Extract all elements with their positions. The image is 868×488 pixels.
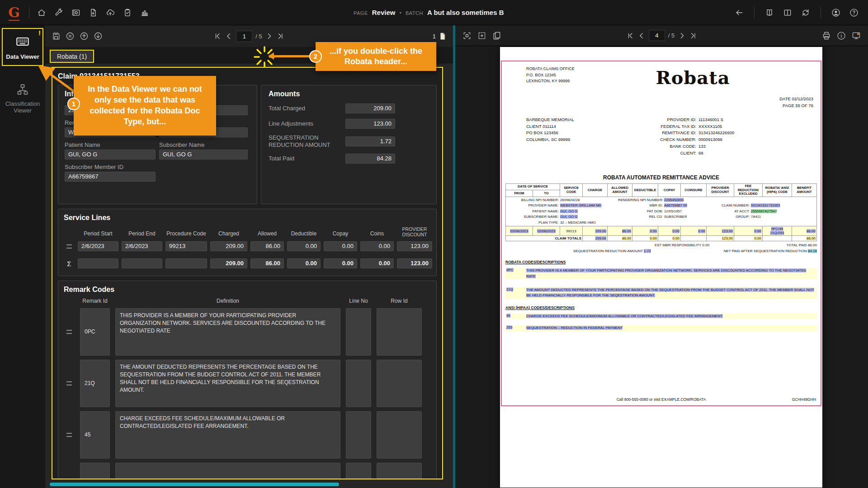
remark-lineno-field[interactable] [346, 463, 371, 479]
doc-field-value: 99213 [566, 229, 576, 233]
page-number-input[interactable]: 1 [236, 31, 252, 42]
page-number-input[interactable]: 4 [649, 30, 665, 41]
service-lines-section: Service Lines Period Start Period End Pr… [58, 209, 437, 276]
doc-highlighted-value: 0.00 [698, 229, 705, 233]
remark-id-field[interactable] [80, 463, 110, 479]
remark-row: 0PC THIS PROVIDER IS A MEMBER OF YOUR PA… [64, 308, 431, 356]
clipboard-check-icon [123, 8, 132, 17]
doc-field-value: 0000913098 [698, 136, 750, 143]
help-button[interactable] [846, 5, 862, 20]
next-page-icon[interactable] [265, 32, 274, 40]
total-paid-field[interactable]: 84.28 [345, 154, 395, 164]
drag-handle-icon[interactable] [66, 330, 72, 334]
coins-field[interactable]: 0.00 [360, 241, 394, 251]
remark-id-field[interactable]: 0PC [80, 308, 110, 356]
remark-definition-field[interactable]: THIS PROVIDER IS A MEMBER OF YOUR PARTIC… [115, 308, 340, 356]
sum-symbol: Σ [64, 260, 75, 267]
doc-field-label: PROVIDER NAME: [507, 203, 560, 208]
tab-robata[interactable]: Robata (1) [50, 50, 94, 63]
document-footer: Call 800-555-0080 or visit EXAMPLE.COM/R… [505, 397, 817, 403]
last-page-icon[interactable] [277, 32, 285, 40]
procedure-code-field[interactable]: 99213 [165, 241, 207, 251]
viewer-canvas[interactable]: ROBATA CLAIMS OFFICE P.O. BOX 12345 LEXI… [455, 46, 868, 488]
reading-view-button[interactable] [762, 5, 777, 20]
save-icon[interactable] [52, 32, 61, 41]
period-start-field[interactable]: 2/6/2023 [78, 241, 118, 251]
upload-button[interactable] [103, 5, 118, 20]
remark-definition-field[interactable]: CHARGE EXCEEDS FEE SCHEDULE/MAXIMUM ALLO… [115, 411, 340, 459]
info-icon[interactable] [837, 31, 846, 40]
document-viewer-pane: 4 / 5 ROBATA CLAIMS OFFICE P.O. BOX 1234… [455, 25, 868, 488]
doc-highlighted-value: 86.00 [622, 236, 631, 240]
remark-id-field[interactable]: 21Q [80, 360, 110, 407]
doc-field-value: 133 [698, 143, 750, 150]
field-row: Patient Name GUI, GO G Subscriber Name G… [65, 137, 250, 160]
charged-field[interactable]: 209.00 [210, 241, 247, 251]
home-button[interactable] [34, 5, 49, 20]
payee-address: BARBEQUE MEMORIAL CLIENT 011114 PO BOX 1… [526, 117, 574, 143]
zone-grid-icon[interactable] [477, 31, 486, 40]
deductible-field[interactable]: 0.00 [287, 241, 321, 251]
scrollbar-thumb[interactable] [50, 483, 339, 486]
app-logo[interactable]: G [4, 3, 24, 22]
next-page-icon[interactable] [678, 32, 686, 40]
first-page-icon[interactable] [213, 32, 222, 40]
remark-rowid-field[interactable] [377, 308, 422, 356]
display-settings-icon[interactable] [852, 31, 861, 40]
export-document-button[interactable] [85, 5, 101, 20]
remark-codes-header-row: Remark Id Definition Line No Row Id [64, 298, 431, 304]
remark-rowid-field[interactable] [377, 411, 422, 459]
doc-field-label: REL CD: [618, 214, 664, 220]
previous-page-icon[interactable] [637, 32, 646, 40]
service-line-row: 2/6/2023 2/6/2023 99213 209.00 86.00 0.0… [64, 241, 431, 251]
provider-discount-field[interactable]: 123.00 [397, 241, 432, 251]
sequestration-reduction-field[interactable]: 1.72 [345, 136, 395, 146]
service-lines-sum-row: Σ 209.00 86.00 0.00 0.00 0.00 123.00 [64, 258, 431, 268]
print-icon[interactable] [822, 31, 831, 40]
tasks-button[interactable] [120, 5, 135, 20]
doc-code-description: THE AMOUNT DEDUCTED REPRESENTS THE PERCE… [526, 288, 814, 297]
account-button[interactable] [828, 5, 844, 20]
drag-handle-icon[interactable] [66, 433, 72, 437]
doc-highlighted-value: 0PC/45 [771, 227, 783, 231]
back-button[interactable] [731, 5, 747, 20]
refresh-button[interactable] [798, 5, 813, 20]
callout-text: ...if you double-click the Robata header… [322, 46, 430, 67]
last-page-icon[interactable] [689, 32, 697, 40]
remark-rowid-field[interactable] [377, 360, 422, 407]
npi-info-cell: BILLING NPI NUMBER: 2609824228 RENDERING… [506, 197, 817, 226]
line-adjustments-field[interactable]: 123.00 [345, 119, 395, 129]
remark-id-field[interactable]: 45 [80, 411, 110, 459]
stats-button[interactable] [137, 5, 152, 20]
patient-name-field[interactable]: GUI, GO G [65, 150, 156, 160]
allowed-field[interactable]: 86.00 [250, 241, 284, 251]
region-select-icon[interactable] [462, 31, 472, 40]
copay-field[interactable]: 0.00 [324, 241, 357, 251]
split-view-button[interactable] [780, 5, 795, 20]
spacer [664, 220, 704, 225]
remark-definition-field[interactable] [115, 463, 340, 479]
previous-page-icon[interactable] [225, 32, 233, 40]
amount-label: Total Paid [269, 155, 345, 162]
drag-handle-icon[interactable] [66, 381, 72, 385]
drag-handle-icon[interactable] [66, 244, 72, 249]
move-down-icon[interactable] [94, 32, 103, 41]
column-header: SERVICE CODE [560, 184, 583, 197]
period-end-field[interactable]: 2/6/2023 [122, 241, 162, 251]
total-charged-field[interactable]: 209.00 [345, 103, 395, 113]
remark-lineno-field[interactable] [346, 308, 371, 356]
remark-lineno-field[interactable] [346, 360, 371, 407]
remark-definition-field[interactable]: THE AMOUNT DEDUCTED REPRESENTS THE PERCE… [115, 360, 340, 407]
first-page-icon[interactable] [626, 32, 634, 40]
cancel-icon[interactable] [66, 32, 75, 41]
remark-rowid-field[interactable] [377, 463, 422, 479]
sidebar-item-data-viewer[interactable]: ! Data Viewer [3, 29, 42, 65]
subscriber-member-id-field[interactable]: A66759867 [65, 172, 156, 182]
doc-highlighted-value: 1.72 [644, 249, 651, 253]
remark-lineno-field[interactable] [346, 411, 371, 459]
batch-store-button[interactable] [68, 5, 84, 20]
tools-button[interactable] [51, 5, 66, 20]
subscriber-name-field[interactable]: GUI, GO G [159, 150, 248, 160]
move-up-icon[interactable] [80, 32, 89, 41]
pages-icon[interactable] [492, 31, 501, 40]
